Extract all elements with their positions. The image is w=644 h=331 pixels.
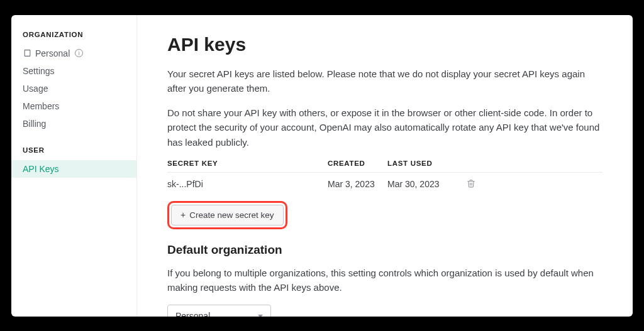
app-window: ORGANIZATION Personal i Settings Usage M… <box>11 15 633 317</box>
api-keys-table: SECRET KEY CREATED LAST USED sk-...PfDi … <box>167 160 602 196</box>
page-title: API keys <box>167 34 602 55</box>
sidebar-user-block: USER API Keys <box>11 146 136 178</box>
sidebar-item-label: API Keys <box>23 164 59 174</box>
create-key-highlight: + Create new secret key <box>167 201 287 229</box>
cell-created: Mar 3, 2023 <box>328 179 387 189</box>
chevron-down-icon <box>258 315 263 317</box>
sidebar-item-personal[interactable]: Personal i <box>11 45 136 62</box>
cell-secret-key: sk-...PfDi <box>167 179 328 189</box>
sidebar-item-label: Settings <box>23 66 55 76</box>
table-header-row: SECRET KEY CREATED LAST USED <box>167 160 602 173</box>
col-header-secret-key: SECRET KEY <box>167 160 328 167</box>
col-header-action <box>457 160 475 167</box>
intro-paragraph-1: Your secret API keys are listed below. P… <box>167 67 602 96</box>
delete-key-button[interactable] <box>457 179 475 190</box>
building-icon <box>23 49 31 58</box>
sidebar-org-block: ORGANIZATION Personal i Settings Usage M… <box>11 31 136 133</box>
info-icon[interactable]: i <box>75 49 83 57</box>
intro-paragraph-2: Do not share your API key with others, o… <box>167 106 602 149</box>
create-secret-key-button[interactable]: + Create new secret key <box>171 205 284 225</box>
sidebar-item-members[interactable]: Members <box>11 97 136 115</box>
svg-rect-0 <box>25 50 30 57</box>
sidebar-item-billing[interactable]: Billing <box>11 115 136 133</box>
sidebar: ORGANIZATION Personal i Settings Usage M… <box>11 15 137 317</box>
table-row: sk-...PfDi Mar 3, 2023 Mar 30, 2023 <box>167 173 602 196</box>
sidebar-item-label: Members <box>23 101 59 111</box>
sidebar-item-usage[interactable]: Usage <box>11 80 136 97</box>
sidebar-item-label: Personal <box>35 48 70 58</box>
plus-icon: + <box>180 210 186 219</box>
sidebar-item-settings[interactable]: Settings <box>11 62 136 80</box>
sidebar-item-label: Billing <box>23 119 46 129</box>
col-header-last-used: LAST USED <box>387 160 457 167</box>
default-org-select[interactable]: Personal <box>167 305 271 316</box>
sidebar-heading-org: ORGANIZATION <box>11 31 136 45</box>
default-org-text: If you belong to multiple organizations,… <box>167 266 602 295</box>
select-value: Personal <box>175 311 210 316</box>
sidebar-item-api-keys[interactable]: API Keys <box>11 160 136 178</box>
create-button-label: Create new secret key <box>189 210 274 220</box>
sidebar-item-label: Usage <box>23 84 48 94</box>
col-header-created: CREATED <box>328 160 387 167</box>
sidebar-heading-user: USER <box>11 146 136 160</box>
cell-last-used: Mar 30, 2023 <box>387 179 457 189</box>
main-content: API keys Your secret API keys are listed… <box>137 15 633 317</box>
default-org-title: Default organization <box>167 243 602 257</box>
